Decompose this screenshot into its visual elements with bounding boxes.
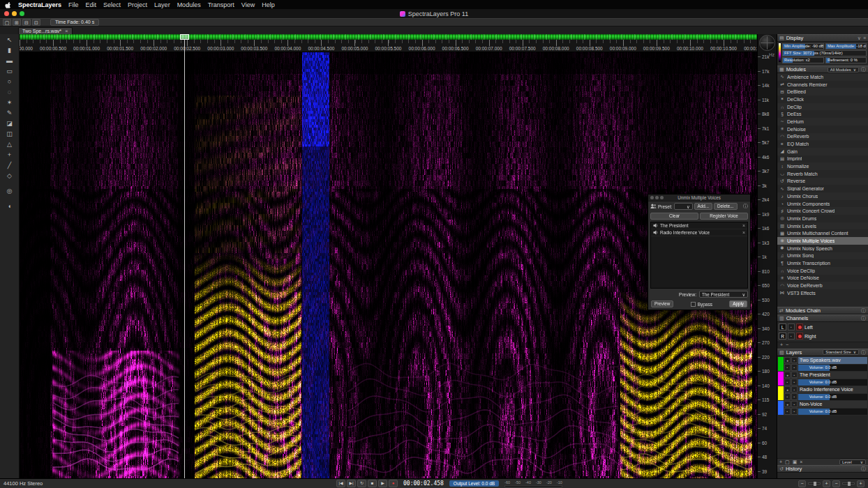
- dialog-window-controls[interactable]: [650, 196, 664, 199]
- zoom-vertical-slider[interactable]: [842, 482, 855, 485]
- selection-mode-subtract-icon[interactable]: ⊟: [22, 19, 31, 26]
- info-icon[interactable]: ⓘ: [861, 316, 866, 321]
- preview-voice-select[interactable]: The President ∨: [699, 291, 748, 298]
- layer-solo-icon[interactable]: ▪: [784, 408, 791, 415]
- remove-voice-icon[interactable]: ×: [742, 223, 745, 228]
- selection-mode-new-icon[interactable]: ▢: [3, 19, 11, 26]
- document-tab[interactable]: Two Spe...rs.wav* ×: [18, 27, 73, 34]
- go-to-start-button[interactable]: |◀: [336, 480, 345, 487]
- min-amplitude-field[interactable]: Min Amplitude: -90 dB: [782, 43, 824, 49]
- voice-list-item[interactable]: The President×: [651, 222, 747, 229]
- loop-button[interactable]: ↻: [357, 480, 366, 487]
- lasso-selection-tool[interactable]: ◌: [5, 88, 15, 96]
- channel-row-right[interactable]: R▪Right: [777, 332, 868, 341]
- layer-row-the-president[interactable]: ●▪▪▪The PresidentVolume: 0.0 dB: [778, 372, 867, 386]
- max-amplitude-field[interactable]: Max Amplitude: -18 dB: [825, 43, 867, 49]
- modules-filter-select[interactable]: All Modules ∨: [828, 67, 859, 73]
- menu-transport[interactable]: Transport: [208, 1, 234, 8]
- apply-button[interactable]: Apply: [729, 300, 747, 307]
- module-item-debleed[interactable]: ⊟DeBleed: [777, 88, 868, 96]
- frequency-ruler[interactable]: Hz 21k17k14k11k8k87k15k74k63k73k2k41k91k…: [757, 34, 777, 478]
- layer-visible-icon[interactable]: ●: [784, 357, 791, 364]
- layer-solo-icon[interactable]: ▪: [784, 379, 791, 386]
- play-button[interactable]: ▶: [378, 480, 387, 487]
- layer-name[interactable]: The President: [798, 372, 867, 379]
- time-selection-tool[interactable]: ▮: [5, 46, 15, 54]
- minimize-window-button[interactable]: [12, 11, 17, 16]
- panel-menu-icon[interactable]: ≡: [863, 36, 866, 40]
- menu-project[interactable]: Project: [128, 1, 147, 8]
- close-window-button[interactable]: [4, 11, 9, 16]
- zoom-in-vertical-icon[interactable]: +: [857, 480, 865, 487]
- voice-list-item[interactable]: Radio Interference Voice×: [651, 229, 747, 236]
- layer-volume-slider[interactable]: Volume: 0.0 dB: [798, 409, 867, 415]
- channel-record-arm-icon[interactable]: [796, 333, 803, 340]
- navigation-knob[interactable]: [759, 35, 775, 51]
- menu-help[interactable]: Help: [262, 1, 275, 8]
- module-item-unmix-song[interactable]: ♫Unmix Song: [777, 252, 868, 260]
- checkbox-box[interactable]: [691, 302, 696, 307]
- display-panel-header[interactable]: ▤ Display ∨ ≡: [777, 34, 868, 42]
- measure-tool[interactable]: ◇: [5, 171, 15, 180]
- remove-voice-icon[interactable]: ×: [742, 230, 745, 235]
- add-layer-icon[interactable]: +: [779, 459, 782, 465]
- slider-thumb[interactable]: [848, 482, 851, 486]
- remove-channel-icon[interactable]: −: [786, 342, 788, 348]
- layer-visible-icon[interactable]: ●: [784, 372, 791, 379]
- layer-fx-icon[interactable]: ▪: [791, 408, 798, 415]
- info-icon[interactable]: ⓘ: [743, 203, 748, 210]
- brush-tool[interactable]: ✎: [5, 109, 15, 117]
- info-icon[interactable]: ⓘ: [861, 308, 866, 313]
- module-item-ambience-match[interactable]: ∿Ambience Match: [777, 73, 868, 81]
- menu-select[interactable]: Select: [103, 1, 121, 8]
- menu-edit[interactable]: Edit: [86, 1, 97, 8]
- module-item-gain[interactable]: ◢Gain: [777, 148, 868, 155]
- layer-volume-slider[interactable]: Volume: 0.0 dB: [798, 365, 867, 371]
- rectangle-selection-tool[interactable]: ▭: [5, 67, 15, 75]
- module-item-unmix-multichannel-content[interactable]: ▦Unmix Multichannel Content: [777, 229, 868, 237]
- fft-size-field[interactable]: FFT Size: 3072 pts (70ms/14Hz): [782, 50, 867, 56]
- history-panel-header[interactable]: ↺ History ⓘ: [777, 465, 868, 473]
- apple-menu-icon[interactable]: [5, 1, 11, 8]
- zoom-out-horizontal-icon[interactable]: −: [798, 480, 806, 487]
- layer-solo-icon[interactable]: ▪: [784, 364, 791, 371]
- module-item-unmix-components[interactable]: ◔Unmix Components: [777, 200, 868, 208]
- layer-solo-icon[interactable]: ▪: [784, 393, 791, 400]
- chevron-down-icon[interactable]: ∨: [858, 36, 861, 40]
- layer-fx-icon[interactable]: ▪: [791, 364, 798, 371]
- clear-button[interactable]: Clear: [650, 213, 698, 220]
- spectrogram-canvas[interactable]: [20, 52, 757, 478]
- module-item-vst3-effects[interactable]: ⋈VST3 Effects: [777, 289, 868, 297]
- module-item-signal-generator[interactable]: ∿Signal Generator: [777, 185, 868, 192]
- playback-tool[interactable]: ◖: [5, 202, 15, 211]
- channel-row-left[interactable]: L▪Left: [777, 323, 868, 332]
- dialog-title-bar[interactable]: Unmix Multiple Voices: [648, 195, 750, 201]
- add-channel-icon[interactable]: +: [780, 342, 783, 348]
- module-item-dereverb[interactable]: ◠DeReverb: [777, 133, 868, 141]
- refinement-field[interactable]: Refinement: 0 %: [825, 57, 867, 63]
- module-item-deess[interactable]: §DeEss: [777, 110, 868, 118]
- output-level-badge[interactable]: Output Level: 0.0 dB: [449, 480, 499, 487]
- eraser-tool[interactable]: ◪: [5, 119, 15, 128]
- preset-select[interactable]: ∨: [674, 203, 693, 210]
- layer-record-icon[interactable]: ▪: [791, 357, 798, 364]
- bypass-checkbox[interactable]: Bypass: [691, 302, 712, 307]
- layer-fx-icon[interactable]: ▪: [791, 379, 798, 386]
- module-item-dehum[interactable]: ∼DeHum: [777, 118, 868, 125]
- go-to-end-button[interactable]: ▶|: [347, 480, 356, 487]
- module-item-voice-declip[interactable]: ∩Voice DeClip: [777, 267, 868, 275]
- menu-file[interactable]: File: [68, 1, 79, 8]
- layer-level-select[interactable]: Level ∨: [839, 459, 866, 465]
- module-item-imprint[interactable]: ▤Imprint: [777, 155, 868, 163]
- slider-thumb[interactable]: [814, 482, 816, 486]
- layer-visible-icon[interactable]: ●: [784, 386, 791, 393]
- layers-panel-header[interactable]: ▧ Layers Standard Size ∨ ⓘ: [777, 349, 868, 356]
- selection-mode-intersect-icon[interactable]: ⊡: [32, 19, 40, 26]
- modules-panel-header[interactable]: ▦ Modules All Modules ∨ ⓘ: [777, 66, 868, 73]
- delete-layer-icon[interactable]: ×: [800, 459, 802, 465]
- module-item-reverse[interactable]: ↺Reverse: [777, 178, 868, 185]
- module-item-normalize[interactable]: ↕Normalize: [777, 162, 868, 170]
- stop-button[interactable]: ■: [368, 480, 377, 487]
- overview-playhead-marker[interactable]: [180, 34, 189, 40]
- time-ruler[interactable]: 00:00:00.00000:00:00.50000:00:01.00000:0…: [20, 40, 757, 52]
